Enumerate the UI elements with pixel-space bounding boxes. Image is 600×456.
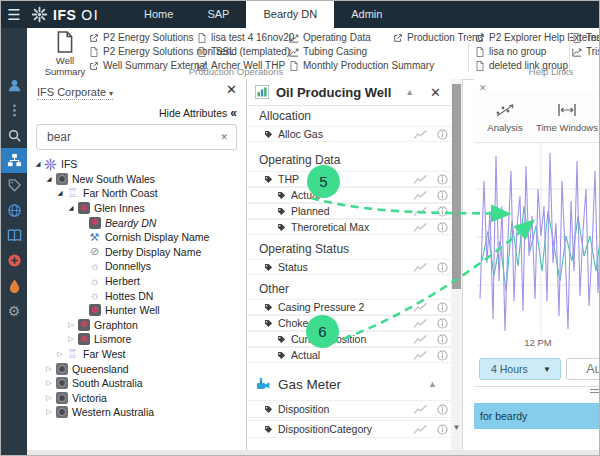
trend-icon[interactable]	[413, 302, 428, 313]
collapsed-arrow-icon[interactable]: ▷	[55, 350, 65, 358]
time-windows-button[interactable]: Time Windows	[536, 92, 598, 142]
tree-item-herbert[interactable]: ☼Herbert	[27, 274, 245, 289]
tab-sap[interactable]: SAP	[190, 1, 246, 28]
ribbon-link[interactable]: Production Trend	[393, 31, 483, 44]
range-selector-button[interactable]: Range 5	[598, 92, 599, 142]
sidebar-item-library[interactable]	[1, 223, 27, 248]
trend-icon[interactable]	[413, 334, 428, 345]
tree-item-far-west[interactable]: ▷♖Far West	[27, 347, 245, 362]
sidebar-item-tags[interactable]	[1, 173, 27, 198]
tab-beardy-dn[interactable]: Beardy DN	[246, 1, 334, 28]
attribute-row[interactable]: Planned	[247, 203, 451, 219]
time-range-dropdown[interactable]: 4 Hours ▼	[479, 358, 561, 380]
ribbon-link[interactable]: lisa test 4 16nov20	[197, 31, 294, 44]
info-icon[interactable]	[437, 129, 448, 140]
info-icon[interactable]	[437, 206, 448, 217]
attribute-row[interactable]: THP	[247, 171, 451, 187]
info-icon[interactable]	[437, 334, 448, 345]
tree-item-far-north-coast[interactable]: ◢♖Far North Coast	[27, 186, 245, 201]
info-icon[interactable]	[437, 424, 448, 435]
vertical-scrollbar[interactable]: ▼	[451, 79, 462, 450]
attribute-row[interactable]: Actual	[247, 347, 451, 363]
menu-hamburger-icon[interactable]: ☰	[1, 1, 27, 28]
info-icon[interactable]	[437, 190, 448, 201]
attribute-row[interactable]: Disposition	[247, 400, 451, 418]
gas-meter-header[interactable]: Gas Meter ▲	[247, 372, 451, 396]
well-summary-button[interactable]: Well Summary	[35, 30, 95, 77]
trend-icon[interactable]	[413, 129, 428, 140]
attribute-row[interactable]: Actual	[247, 187, 451, 203]
expand-arrow-icon[interactable]: ◢	[44, 175, 54, 183]
tree-item-hottes-dn[interactable]: ☼Hottes DN	[27, 288, 245, 303]
info-icon[interactable]	[437, 174, 448, 185]
analysis-button[interactable]: Analysis	[474, 92, 536, 142]
expand-arrow-icon[interactable]: ◢	[33, 160, 43, 168]
sidebar-item-add[interactable]	[1, 248, 27, 273]
collapse-chevron-icon[interactable]: ▲	[405, 87, 414, 97]
auto-button[interactable]: Auto	[566, 358, 599, 380]
close-icon[interactable]: ✕	[226, 83, 237, 96]
tree-item-queensland[interactable]: ▷Queensland	[27, 361, 245, 376]
tree-item-glen-innes[interactable]: ◢✽Glen Innes	[27, 201, 245, 216]
tree-item-beardy-dn[interactable]: ✽Beardy DN	[27, 215, 245, 230]
sidebar-item-user[interactable]	[1, 73, 27, 98]
ribbon-link[interactable]: Trend (templated)	[197, 45, 294, 58]
scope-selector[interactable]: IFS Corporate▾	[37, 86, 113, 100]
trend-icon[interactable]	[413, 206, 428, 217]
clear-search-icon[interactable]: ✕	[220, 132, 228, 142]
tree-item-hunter-well[interactable]: ✽Hunter Well	[27, 303, 245, 318]
attribute-row[interactable]: Status	[247, 259, 451, 275]
info-icon[interactable]	[437, 222, 448, 233]
info-icon[interactable]	[437, 404, 448, 415]
trend-icon[interactable]	[413, 404, 428, 415]
collapse-chevron-icon[interactable]: ▲	[428, 379, 437, 389]
tree-item-western-australia[interactable]: ▷Western Australia	[27, 405, 245, 420]
tree-item-lismore[interactable]: ▷✽Lismore	[27, 332, 245, 347]
attribute-row[interactable]: Choke	[247, 315, 451, 331]
info-icon[interactable]	[437, 262, 448, 273]
list-row[interactable]	[474, 429, 599, 450]
tree-item-south-australia[interactable]: ▷South Australia	[27, 376, 245, 391]
ribbon-link[interactable]: Trish	[572, 45, 600, 58]
trend-icon[interactable]	[413, 262, 428, 273]
ribbon-link[interactable]: Tubing Casing	[289, 45, 434, 58]
attribute-row[interactable]: Current Position	[247, 331, 451, 347]
collapsed-arrow-icon[interactable]: ▷	[66, 335, 76, 343]
info-icon[interactable]	[437, 350, 448, 361]
expand-arrow-icon[interactable]: ◢	[66, 204, 76, 212]
tab-home[interactable]: Home	[127, 1, 190, 28]
attribute-row[interactable]: DispositionCategory	[247, 420, 451, 438]
expand-arrow-icon[interactable]: ◢	[55, 189, 65, 197]
sidebar-item-hierarchy[interactable]	[1, 148, 27, 173]
trend-icon[interactable]	[413, 424, 428, 435]
info-icon[interactable]	[437, 302, 448, 313]
tree-item-victoria[interactable]: ▷Victoria	[27, 391, 245, 406]
info-icon[interactable]	[437, 318, 448, 329]
trend-icon[interactable]	[413, 174, 428, 185]
attribute-row[interactable]: Casing Pressure 2	[247, 299, 451, 315]
trend-chart[interactable]	[477, 143, 599, 335]
hide-attributes-link[interactable]: Hide Attributes«	[159, 106, 237, 120]
tree-item-derby[interactable]: ⊘Derby Display Name	[27, 245, 245, 260]
trend-icon[interactable]	[413, 222, 428, 233]
scroll-down-arrow-icon[interactable]: ▼	[451, 423, 462, 432]
tree-item-cornish[interactable]: ⚒Cornish Display Name	[27, 230, 245, 245]
ribbon-link[interactable]: Test	[572, 31, 600, 44]
tree-item-donnellys[interactable]: ☼Donnellys	[27, 259, 245, 274]
scrollbar-thumb[interactable]	[452, 84, 461, 289]
tree-item-ifs[interactable]: ◢IFS	[27, 157, 245, 172]
list-menu-icon[interactable]	[590, 389, 599, 395]
trend-icon[interactable]	[413, 350, 428, 361]
tree-item-new-south-wales[interactable]: ◢New South Wales	[27, 172, 245, 187]
collapsed-arrow-icon[interactable]: ▷	[66, 321, 76, 329]
trend-icon[interactable]	[413, 318, 428, 329]
trend-icon[interactable]	[413, 190, 428, 201]
tab-admin[interactable]: Admin	[334, 1, 399, 28]
sidebar-item-search[interactable]	[1, 123, 27, 148]
collapsed-arrow-icon[interactable]: ▷	[44, 394, 54, 402]
sidebar-item-more[interactable]	[1, 98, 27, 123]
collapsed-arrow-icon[interactable]: ▷	[44, 408, 54, 416]
attribute-row[interactable]: Alloc Gas	[247, 126, 451, 142]
sidebar-item-globe[interactable]	[1, 198, 27, 223]
close-icon[interactable]: ✕	[430, 85, 441, 100]
